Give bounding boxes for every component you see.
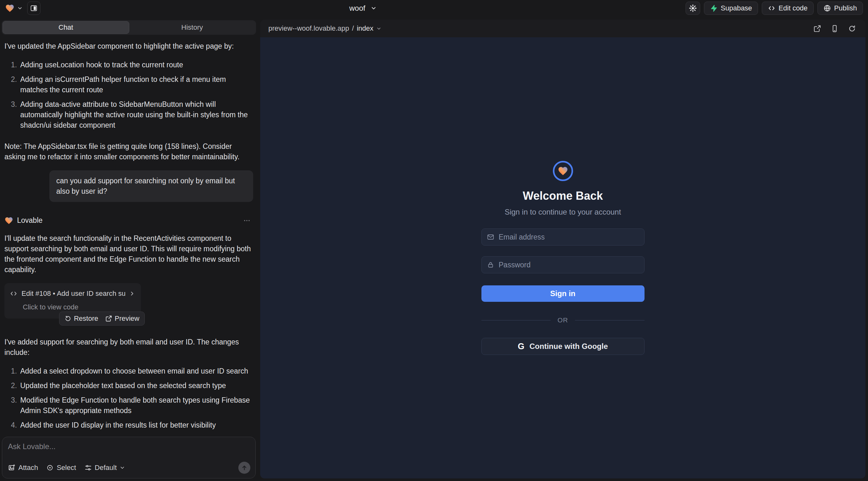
chat-history-tabs: Chat History <box>2 20 256 35</box>
assistant-list: Adding useLocation hook to track the cur… <box>4 60 254 130</box>
list-item: Added the user ID display in the results… <box>19 420 254 430</box>
select-target-icon <box>46 464 54 472</box>
user-message: can you add support for searching not on… <box>49 170 253 202</box>
sign-in-form: Welcome Back Sign in to continue to your… <box>482 161 645 355</box>
edit-code-button[interactable]: Edit code <box>762 2 814 15</box>
supabase-bolt-icon <box>710 4 717 12</box>
edit-card-wrap: Edit #108 • Add user ID search supp... C… <box>4 283 141 319</box>
open-in-new-tab-button[interactable] <box>813 25 821 33</box>
toggle-sidebar-button[interactable] <box>27 2 40 15</box>
assistant-list: Added a select dropdown to choose betwee… <box>4 366 254 430</box>
url-separator: / <box>352 24 354 33</box>
mode-label: Default <box>95 463 117 472</box>
preview-viewport: Welcome Back Sign in to continue to your… <box>260 37 865 478</box>
open-in-new-icon <box>813 25 821 33</box>
google-label: Continue with Google <box>529 342 608 351</box>
chat-messages[interactable]: I've updated the AppSidebar component to… <box>0 35 258 434</box>
edit-card-subtitle: Click to view code <box>23 302 135 312</box>
preview-header: preview--woof.lovable.app / index <box>260 20 865 37</box>
password-input[interactable] <box>499 261 639 269</box>
publish-button[interactable]: Publish <box>817 2 863 15</box>
email-field[interactable] <box>482 228 645 246</box>
settings-button[interactable] <box>686 2 700 15</box>
lovable-logo-menu[interactable] <box>5 3 23 13</box>
select-label: Select <box>57 463 76 472</box>
more-options-icon <box>243 217 251 224</box>
project-name: woof <box>349 4 365 13</box>
edit-actions: Restore Preview <box>59 312 145 325</box>
publish-label: Publish <box>834 4 857 12</box>
mobile-device-icon <box>831 25 839 33</box>
list-item: Modified the Edge Function to handle bot… <box>19 395 254 416</box>
code-brackets-icon <box>9 289 18 298</box>
list-item: Added a select dropdown to choose betwee… <box>19 366 254 376</box>
preview-page: index <box>357 24 374 33</box>
google-sign-in-button[interactable]: G Continue with Google <box>482 338 645 355</box>
chevron-down-icon <box>120 465 125 471</box>
assistant-intro-text: I've updated the AppSidebar component to… <box>4 41 254 52</box>
globe-icon <box>824 4 831 12</box>
send-button[interactable] <box>238 462 250 474</box>
password-lock-icon <box>487 261 494 269</box>
mode-dropdown[interactable]: Default <box>84 463 125 472</box>
chat-panel: Chat History I've updated the AppSidebar… <box>0 17 258 481</box>
list-item: Adding useLocation hook to track the cur… <box>19 60 254 70</box>
preview-url-dropdown[interactable]: preview--woof.lovable.app / index <box>268 24 381 33</box>
or-divider: OR <box>482 316 645 324</box>
refresh-icon <box>848 25 856 33</box>
lovable-heart-icon <box>4 216 13 225</box>
code-brackets-icon <box>768 4 775 12</box>
edit-code-label: Edit code <box>779 4 808 12</box>
composer[interactable]: Attach Select Default <box>2 437 256 478</box>
sidebar-panel-icon <box>30 4 38 12</box>
send-arrow-icon <box>241 464 248 471</box>
tab-chat[interactable]: Chat <box>3 21 129 34</box>
topbar: woof Supabase Edi <box>0 0 868 17</box>
restore-button[interactable]: Restore <box>64 315 98 323</box>
chevron-down-icon <box>376 26 381 31</box>
chevron-down-icon <box>17 5 23 11</box>
preview-button[interactable]: Preview <box>105 315 140 323</box>
lovable-app: woof Supabase Edi <box>0 0 868 481</box>
heart-icon <box>558 166 568 177</box>
lovable-heart-icon <box>5 3 14 13</box>
preview-url: preview--woof.lovable.app <box>268 24 349 33</box>
list-item: Updated the placeholder text based on th… <box>19 381 254 391</box>
attach-label: Attach <box>18 463 38 472</box>
tab-history[interactable]: History <box>129 21 255 34</box>
edit-card-title: Edit #108 • Add user ID search supp... <box>22 288 125 299</box>
attach-button[interactable]: Attach <box>8 463 38 472</box>
chevron-right-icon <box>129 290 135 297</box>
preview-panel: preview--woof.lovable.app / index <box>260 20 865 478</box>
mobile-view-button[interactable] <box>831 25 839 33</box>
assistant-note-text: Note: The AppSidebar.tsx file is getting… <box>4 141 254 162</box>
assistant-intro-text: I'll update the search functionality in … <box>4 233 254 275</box>
password-field[interactable] <box>482 256 645 274</box>
preview-label: Preview <box>115 315 140 323</box>
restore-label: Restore <box>74 315 98 323</box>
supabase-button[interactable]: Supabase <box>704 2 758 15</box>
message-options-button[interactable] <box>243 217 251 224</box>
email-input[interactable] <box>499 233 639 242</box>
restore-icon <box>64 315 71 322</box>
or-label: OR <box>558 316 568 324</box>
project-switcher[interactable]: woof <box>349 0 377 17</box>
mode-sliders-icon <box>84 464 92 472</box>
email-envelope-icon <box>487 233 494 241</box>
external-link-icon <box>105 315 112 322</box>
refresh-button[interactable] <box>848 25 856 33</box>
assistant-summary-text: I've added support for searching by both… <box>4 337 254 358</box>
user-message-row: can you add support for searching not on… <box>4 170 253 202</box>
composer-toolbar: Attach Select Default <box>8 462 250 474</box>
gear-icon <box>689 4 697 12</box>
supabase-label: Supabase <box>721 4 752 12</box>
chevron-down-icon <box>370 5 377 11</box>
attach-image-icon <box>8 464 16 472</box>
chat-input[interactable] <box>8 442 250 451</box>
sign-in-button[interactable]: Sign in <box>482 285 645 302</box>
google-g-icon: G <box>518 342 524 351</box>
assistant-name: Lovable <box>17 215 43 226</box>
assistant-header: Lovable <box>4 215 254 226</box>
app-logo <box>553 161 573 181</box>
select-button[interactable]: Select <box>46 463 76 472</box>
